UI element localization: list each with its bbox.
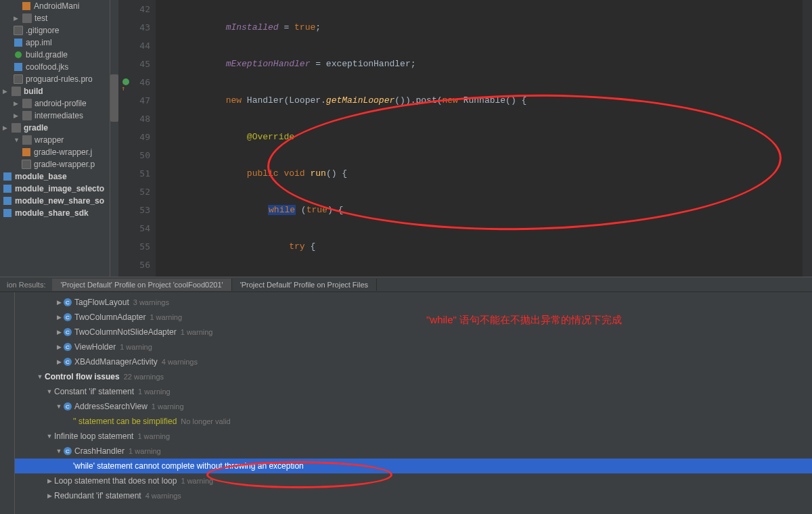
sidebar-file-gradlewrapperprop[interactable]: gradle-wrapper.p: [0, 158, 110, 170]
sidebar-file-proguard[interactable]: proguard-rules.pro: [0, 73, 110, 85]
code-line[interactable]: mExeptionHandler = exceptionHandler;: [162, 55, 803, 73]
svg-rect-8: [3, 209, 12, 217]
gradle-icon: [14, 50, 23, 60]
inspection-tree[interactable]: ▶CTagFlowLayout3 warnings ▶CTwoColumnAda…: [15, 292, 812, 514]
sidebar-folder-intermediates[interactable]: ▶ intermediates: [0, 110, 110, 122]
tree-item-loopnotloop[interactable]: ▶Loop statement that does not loop1 warn…: [15, 473, 812, 488]
svg-point-2: [15, 51, 22, 58]
tab-profile-files[interactable]: 'Project Default' Profile on Project Fil…: [232, 279, 377, 291]
chevron-right-icon: ▶: [54, 358, 64, 365]
svg-rect-3: [14, 63, 22, 71]
line-number: ↑46: [124, 73, 150, 91]
sidebar-label: gradle: [24, 123, 48, 133]
module-icon: [3, 184, 12, 193]
results-toolbar[interactable]: [0, 292, 15, 514]
module-icon: [3, 208, 12, 218]
line-number: 47: [124, 91, 150, 110]
code-line[interactable]: Looper.loop();: [162, 274, 803, 277]
sidebar-label: intermediates: [35, 111, 83, 120]
class-icon: C: [64, 298, 72, 306]
iml-icon: [14, 38, 23, 47]
sidebar-label: wrapper: [35, 135, 64, 145]
folder-icon: [22, 135, 32, 145]
results-tabs: ion Results: 'Project Default' Profile o…: [0, 277, 812, 292]
line-number: 52: [124, 183, 150, 201]
tree-item-viewholder[interactable]: ▶CViewHolder1 warning: [15, 340, 812, 354]
chevron-right-icon: ▶: [14, 100, 20, 107]
line-number: 42: [124, 0, 150, 18]
sidebar-folder-androidprofile[interactable]: ▶ android-profile: [0, 97, 110, 110]
tree-label: AddressSearchView: [74, 402, 148, 411]
sidebar-label: build.gradle: [26, 50, 68, 60]
sidebar-file-gitignore[interactable]: .gitignore: [0, 24, 110, 37]
sidebar-folder-test[interactable]: ▶ test: [0, 12, 110, 24]
project-sidebar[interactable]: AndroidMani ▶ test .gitignore app.iml bu…: [0, 0, 110, 277]
tree-item-xbaddmanager[interactable]: ▶CXBAddManagerActivity4 warnings: [15, 354, 812, 369]
line-number: 50: [124, 146, 150, 164]
chevron-down-icon: ▼: [45, 433, 54, 440]
tree-item-infiniteloop[interactable]: ▼Infinite loop statement1 warning: [15, 429, 812, 444]
tree-label: CrashHandler: [74, 446, 125, 456]
code-line[interactable]: public void run() {: [162, 164, 803, 183]
code-line[interactable]: @Override: [162, 128, 803, 146]
tab-profile-project[interactable]: 'Project Default' Profile on Project 'co…: [52, 279, 231, 291]
line-number: 56: [124, 256, 150, 274]
sidebar-file-androidmanifest[interactable]: AndroidMani: [0, 0, 110, 12]
module-icon: [3, 172, 12, 181]
tree-item-constantif[interactable]: ▼Constant 'if' statement1 warning: [15, 384, 812, 399]
class-icon: C: [64, 328, 72, 336]
sidebar-folder-wrapper[interactable]: ▼ wrapper: [0, 134, 110, 146]
line-number: 45: [124, 55, 150, 73]
chevron-right-icon: ▶: [14, 112, 20, 119]
tree-label: Constant 'if' statement: [54, 387, 134, 396]
sidebar-label: gradle-wrapper.j: [34, 147, 92, 157]
line-number: 53: [124, 201, 150, 219]
line-number: 54: [124, 219, 150, 237]
sidebar-folder-gradle[interactable]: ▶ gradle: [0, 122, 110, 134]
sidebar-label: coolfood.jks: [26, 62, 68, 72]
sidebar-folder-build[interactable]: ▶ build: [0, 85, 110, 97]
code-editor[interactable]: mInstalled = true; mExeptionHandler = ex…: [156, 0, 803, 277]
tree-label: XBAddManagerActivity: [74, 357, 158, 367]
tree-label: ViewHolder: [74, 342, 116, 352]
tree-item-addresssearchview[interactable]: ▼CAddressSearchView1 warning: [15, 399, 812, 414]
tree-category-controlflow[interactable]: ▼Control flow issues22 warnings: [15, 369, 812, 384]
tree-item-crashhandler[interactable]: ▼CCrashHandler1 warning: [15, 444, 812, 459]
file-icon: [14, 74, 23, 84]
line-number-gutter[interactable]: 42 43 44 45 ↑46 47 48 49 50 51 52 53 54 …: [118, 0, 156, 277]
class-icon: C: [64, 313, 72, 321]
sidebar-file-coolfoodjks[interactable]: coolfood.jks: [0, 61, 110, 73]
sidebar-file-gradlewrapperjar[interactable]: gradle-wrapper.j: [0, 146, 110, 158]
code-line[interactable]: try {: [162, 237, 803, 256]
jks-icon: [14, 62, 23, 72]
inspection-results-panel: ion Results: 'Project Default' Profile o…: [0, 277, 812, 514]
warning-count: 1 warning: [152, 402, 184, 411]
class-icon: C: [64, 402, 72, 411]
tree-label: Control flow issues: [45, 372, 120, 381]
tree-label: TwoColumnNotSlideAdapter: [74, 327, 177, 337]
sidebar-file-buildgradle[interactable]: build.gradle: [0, 49, 110, 61]
folder-icon: [12, 123, 21, 133]
code-line[interactable]: new Handler(Looper.getMainLooper()).post…: [162, 91, 803, 110]
code-line[interactable]: mInstalled = true;: [162, 18, 803, 37]
chevron-right-icon: ▶: [54, 344, 64, 350]
tree-item-tagflowlayout[interactable]: ▶CTagFlowLayout3 warnings: [15, 295, 812, 310]
sidebar-module-base[interactable]: module_base: [0, 170, 110, 183]
tree-item-simplified[interactable]: '' statement can be simplifiedNo longer …: [15, 414, 812, 429]
line-number: 44: [124, 37, 150, 55]
sidebar-label: module_image_selecto: [15, 184, 104, 193]
tree-item-redundantif[interactable]: ▶Redundant 'if' statement4 warnings: [15, 488, 812, 503]
module-icon: [3, 196, 12, 206]
sidebar-module-sharesdk[interactable]: module_share_sdk: [0, 207, 110, 219]
code-line[interactable]: while (true) {: [162, 201, 803, 219]
sidebar-label: gradle-wrapper.p: [34, 160, 95, 169]
sidebar-scrollbar[interactable]: [110, 0, 118, 277]
sidebar-module-newshare[interactable]: module_new_share_so: [0, 195, 110, 207]
sidebar-file-appiml[interactable]: app.iml: [0, 37, 110, 49]
tree-item-twocolumnadapter[interactable]: ▶CTwoColumnAdapter1 warning: [15, 310, 812, 325]
tree-item-while-exception[interactable]: 'while' statement cannot complete withou…: [15, 459, 812, 473]
tree-item-twocolumnnotslide[interactable]: ▶CTwoColumnNotSlideAdapter1 warning: [15, 325, 812, 340]
tree-note: No longer valid: [181, 417, 230, 425]
tree-message: 'while' statement cannot complete withou…: [73, 461, 304, 471]
sidebar-module-imagesel[interactable]: module_image_selecto: [0, 183, 110, 195]
